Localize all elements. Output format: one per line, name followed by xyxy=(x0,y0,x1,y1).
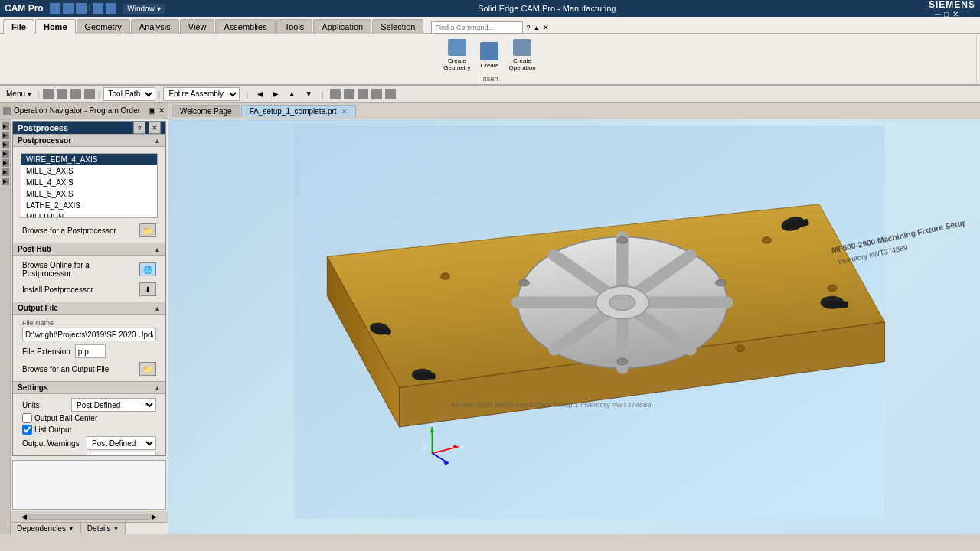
minimize-ribbon-icon[interactable]: ▲ xyxy=(533,24,540,31)
settings-section-header[interactable]: Settings ▲ xyxy=(13,381,165,394)
pp-item-1[interactable]: MILL_3_AXIS xyxy=(21,165,157,177)
pp-section-toggle[interactable]: ▲ xyxy=(154,137,161,145)
tab-application[interactable]: Application xyxy=(313,19,371,34)
file-ext-input[interactable] xyxy=(75,344,106,358)
pp-item-0[interactable]: WIRE_EDM_4_AXIS xyxy=(21,154,157,165)
save-icon[interactable] xyxy=(50,3,60,14)
output-file-toggle[interactable]: ▲ xyxy=(154,305,161,312)
file-tab[interactable]: FA_setup_1_complete.prt ✕ xyxy=(241,105,357,117)
tab-assemblies[interactable]: Assemblies xyxy=(215,19,275,34)
lv-icon6[interactable]: ▶ xyxy=(2,168,9,176)
tab-home[interactable]: Home xyxy=(35,19,76,34)
view-icon2[interactable] xyxy=(344,89,354,99)
nav-down-btn[interactable]: ▼ xyxy=(302,89,315,99)
nav-title: Operation Navigator - Program Order xyxy=(14,106,140,115)
toolbar-icons: | xyxy=(50,3,117,14)
file-name-input[interactable] xyxy=(22,328,156,341)
browse-pp-btn[interactable]: 📁 xyxy=(139,223,156,237)
snap-icon[interactable] xyxy=(371,89,382,99)
output-warnings-select[interactable]: Post Defined xyxy=(87,436,156,450)
svg-point-24 xyxy=(762,237,771,244)
review-tool-select[interactable]: Post Defined xyxy=(87,452,156,456)
search-input[interactable] xyxy=(431,21,523,34)
scroll-track[interactable] xyxy=(27,514,152,520)
window-controls[interactable]: ─ □ ✕ xyxy=(935,10,975,18)
tab-analysis[interactable]: Analysis xyxy=(131,19,179,34)
scroll-right-btn[interactable]: ▶ xyxy=(152,513,157,520)
create-btn[interactable]: Create xyxy=(475,37,503,73)
view-icon1[interactable] xyxy=(330,89,341,99)
tb-icon3[interactable] xyxy=(70,89,81,99)
view-icon3[interactable] xyxy=(358,89,368,99)
details-tab[interactable]: Details ▼ xyxy=(81,523,126,534)
tab-file[interactable]: File xyxy=(3,19,34,34)
pp-item-5[interactable]: MILLTURN xyxy=(21,211,157,218)
pp-item-2[interactable]: MILL_4_AXIS xyxy=(21,177,157,188)
nav-expand-btn[interactable]: ▣ xyxy=(149,106,155,115)
filter-icon[interactable] xyxy=(385,89,396,99)
ball-center-check-label[interactable]: Output Ball Center xyxy=(22,413,97,423)
welcome-tab[interactable]: Welcome Page xyxy=(172,105,240,117)
list-output-checkbox[interactable] xyxy=(22,425,32,435)
browse-output-btn[interactable]: 📁 xyxy=(139,362,156,376)
file-tab-close[interactable]: ✕ xyxy=(341,108,348,116)
dialog-close-btn[interactable]: ✕ xyxy=(149,122,161,134)
file-ext-row: File Extension xyxy=(18,343,161,360)
menu-btn[interactable]: Menu ▾ xyxy=(3,89,34,99)
list-output-check-label[interactable]: List Output xyxy=(22,425,71,435)
ball-center-checkbox[interactable] xyxy=(22,413,32,423)
tab-tools[interactable]: Tools xyxy=(276,19,313,34)
dependencies-tab[interactable]: Dependencies ▼ xyxy=(11,523,81,534)
tab-selection[interactable]: Selection xyxy=(372,19,423,34)
settings-toggle[interactable]: ▲ xyxy=(154,384,161,392)
lv-icon5[interactable]: ▶ xyxy=(2,159,9,167)
pp-item-4[interactable]: LATHE_2_AXIS xyxy=(21,200,157,211)
main-area: Operation Navigator - Program Order ▣ ✕ … xyxy=(0,103,980,534)
nav-close-btn[interactable]: ✕ xyxy=(158,106,165,115)
open-icon[interactable] xyxy=(93,3,103,14)
post-hub-toggle[interactable]: ▲ xyxy=(154,246,161,253)
assembly-select[interactable]: Entire Assembly xyxy=(163,87,240,101)
nav-back-btn[interactable]: ◀ xyxy=(254,89,266,99)
app-name: CAM Pro xyxy=(5,3,44,14)
dialog-help-btn[interactable]: ? xyxy=(133,122,145,134)
restore-btn[interactable]: □ xyxy=(944,10,949,18)
close-ribbon-icon[interactable]: ✕ xyxy=(543,24,549,31)
help-icon[interactable]: ? xyxy=(526,24,530,31)
browse-online-btn[interactable]: 🌐 xyxy=(139,262,156,276)
output-file-section-header[interactable]: Output File ▲ xyxy=(13,302,165,315)
lv-icon7[interactable]: ▶ xyxy=(2,178,9,185)
lv-icon1[interactable]: ▶ xyxy=(2,122,9,130)
create-op-btn[interactable]: CreateOperation xyxy=(505,37,539,73)
nav-up-btn[interactable]: ▲ xyxy=(285,89,299,99)
svg-point-19 xyxy=(518,279,529,286)
tb-icon4[interactable] xyxy=(84,89,95,99)
post-hub-section-header[interactable]: Post Hub ▲ xyxy=(13,243,165,256)
pp-item-3[interactable]: MILL_5_AXIS xyxy=(21,188,157,200)
redo-icon[interactable] xyxy=(76,3,87,14)
tb-icon1[interactable] xyxy=(43,89,54,99)
nav-forward-btn[interactable]: ▶ xyxy=(270,89,282,99)
viewport[interactable]: Welcome Page FA_setup_1_complete.prt ✕ xyxy=(168,103,980,534)
install-pp-btn[interactable]: ⬇ xyxy=(139,282,156,296)
tb-icon2[interactable] xyxy=(57,89,67,99)
window-menu[interactable]: Window ▾ xyxy=(122,4,165,14)
units-row: Units Post Defined Metric Inch xyxy=(18,397,161,412)
lv-icon3[interactable]: ▶ xyxy=(2,141,9,148)
toolpath-select[interactable]: Tool Path xyxy=(103,87,155,101)
dialog-title: Postprocess xyxy=(18,123,68,132)
tab-view[interactable]: View xyxy=(180,19,215,34)
settings-icon[interactable] xyxy=(106,3,116,14)
units-select[interactable]: Post Defined Metric Inch xyxy=(71,398,156,412)
scroll-left-btn[interactable]: ◀ xyxy=(21,513,27,520)
undo-icon[interactable] xyxy=(63,3,74,14)
tab-geometry[interactable]: Geometry xyxy=(77,19,130,34)
svg-point-22 xyxy=(617,358,628,365)
close-btn[interactable]: ✕ xyxy=(952,10,959,18)
postprocessor-section-header[interactable]: Postprocessor ▲ xyxy=(13,134,165,147)
browse-output-row: Browse for an Output File 📁 xyxy=(18,360,161,378)
create-geometry-btn[interactable]: CreateGeometry xyxy=(439,37,474,73)
minimize-btn[interactable]: ─ xyxy=(935,10,941,18)
lv-icon4[interactable]: ▶ xyxy=(2,150,9,158)
lv-icon2[interactable]: ▶ xyxy=(2,132,9,139)
